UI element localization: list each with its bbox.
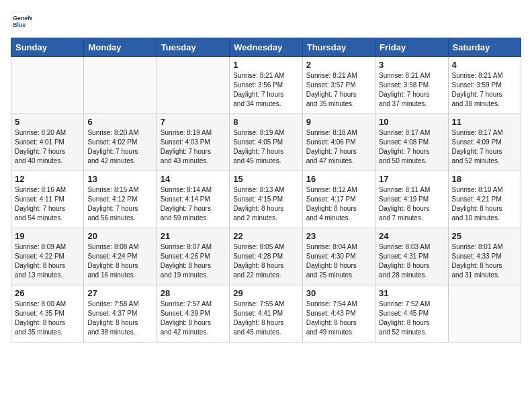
day-number: 23 — [306, 231, 371, 241]
calendar-cell — [157, 57, 229, 114]
day-info: Sunrise: 7:57 AM Sunset: 4:39 PM Dayligh… — [161, 300, 226, 337]
day-number: 8 — [233, 117, 298, 127]
week-row-5: 26Sunrise: 8:00 AM Sunset: 4:35 PM Dayli… — [11, 285, 521, 342]
day-info: Sunrise: 8:00 AM Sunset: 4:35 PM Dayligh… — [15, 300, 80, 337]
day-number: 7 — [161, 117, 226, 127]
calendar-table: SundayMondayTuesdayWednesdayThursdayFrid… — [11, 38, 521, 342]
svg-text:General: General — [13, 15, 32, 21]
calendar-cell: 13Sunrise: 8:15 AM Sunset: 4:12 PM Dayli… — [84, 171, 157, 228]
day-info: Sunrise: 8:17 AM Sunset: 4:08 PM Dayligh… — [379, 128, 444, 166]
day-info: Sunrise: 8:21 AM Sunset: 3:57 PM Dayligh… — [306, 71, 371, 109]
calendar-cell: 15Sunrise: 8:13 AM Sunset: 4:15 PM Dayli… — [230, 171, 302, 228]
calendar-cell: 9Sunrise: 8:18 AM Sunset: 4:06 PM Daylig… — [302, 114, 375, 171]
page-header: General Blue — [11, 11, 521, 32]
day-number: 15 — [233, 174, 298, 184]
day-info: Sunrise: 8:17 AM Sunset: 4:09 PM Dayligh… — [452, 128, 517, 166]
calendar-cell: 19Sunrise: 8:09 AM Sunset: 4:22 PM Dayli… — [11, 228, 84, 285]
calendar-cell: 14Sunrise: 8:14 AM Sunset: 4:14 PM Dayli… — [157, 171, 229, 228]
calendar-cell: 6Sunrise: 8:20 AM Sunset: 4:02 PM Daylig… — [84, 114, 157, 171]
day-header-monday: Monday — [84, 38, 157, 57]
week-row-3: 12Sunrise: 8:16 AM Sunset: 4:11 PM Dayli… — [11, 171, 521, 228]
day-number: 3 — [379, 60, 444, 70]
day-number: 13 — [87, 174, 152, 184]
day-number: 16 — [306, 174, 371, 184]
calendar-cell: 16Sunrise: 8:12 AM Sunset: 4:17 PM Dayli… — [302, 171, 375, 228]
day-info: Sunrise: 8:08 AM Sunset: 4:24 PM Dayligh… — [87, 242, 152, 280]
day-info: Sunrise: 7:58 AM Sunset: 4:37 PM Dayligh… — [87, 300, 152, 337]
logo-icon: General Blue — [11, 11, 32, 32]
day-info: Sunrise: 8:07 AM Sunset: 4:26 PM Dayligh… — [161, 242, 226, 280]
day-info: Sunrise: 8:09 AM Sunset: 4:22 PM Dayligh… — [15, 242, 80, 280]
calendar-cell: 18Sunrise: 8:10 AM Sunset: 4:21 PM Dayli… — [448, 171, 521, 228]
day-info: Sunrise: 8:13 AM Sunset: 4:15 PM Dayligh… — [233, 185, 298, 223]
calendar-cell — [84, 57, 157, 114]
calendar-cell: 4Sunrise: 8:21 AM Sunset: 3:59 PM Daylig… — [448, 57, 521, 114]
logo: General Blue — [11, 11, 32, 32]
calendar-cell: 10Sunrise: 8:17 AM Sunset: 4:08 PM Dayli… — [375, 114, 448, 171]
calendar-cell: 28Sunrise: 7:57 AM Sunset: 4:39 PM Dayli… — [157, 285, 229, 342]
svg-text:Blue: Blue — [13, 21, 26, 28]
day-number: 31 — [379, 288, 444, 298]
calendar-cell: 3Sunrise: 8:21 AM Sunset: 3:58 PM Daylig… — [375, 57, 448, 114]
day-number: 1 — [233, 60, 298, 70]
day-number: 19 — [15, 231, 80, 241]
calendar-cell: 30Sunrise: 7:54 AM Sunset: 4:43 PM Dayli… — [302, 285, 375, 342]
day-number: 11 — [452, 117, 517, 127]
day-number: 20 — [87, 231, 152, 241]
calendar-header-row: SundayMondayTuesdayWednesdayThursdayFrid… — [11, 38, 521, 57]
day-number: 27 — [87, 288, 152, 298]
calendar-cell: 22Sunrise: 8:05 AM Sunset: 4:28 PM Dayli… — [230, 228, 302, 285]
calendar-cell: 24Sunrise: 8:03 AM Sunset: 4:31 PM Dayli… — [375, 228, 448, 285]
day-number: 22 — [233, 231, 298, 241]
day-number: 26 — [15, 288, 80, 298]
day-number: 4 — [452, 60, 517, 70]
calendar-cell: 17Sunrise: 8:11 AM Sunset: 4:19 PM Dayli… — [375, 171, 448, 228]
day-number: 30 — [306, 288, 371, 298]
day-number: 5 — [15, 117, 80, 127]
calendar-cell: 29Sunrise: 7:55 AM Sunset: 4:41 PM Dayli… — [230, 285, 302, 342]
week-row-1: 1Sunrise: 8:21 AM Sunset: 3:56 PM Daylig… — [11, 57, 521, 114]
calendar-cell — [448, 285, 521, 342]
week-row-2: 5Sunrise: 8:20 AM Sunset: 4:01 PM Daylig… — [11, 114, 521, 171]
day-info: Sunrise: 8:01 AM Sunset: 4:33 PM Dayligh… — [452, 242, 517, 280]
day-info: Sunrise: 8:12 AM Sunset: 4:17 PM Dayligh… — [306, 185, 371, 223]
day-info: Sunrise: 8:19 AM Sunset: 4:03 PM Dayligh… — [161, 128, 226, 166]
day-info: Sunrise: 8:05 AM Sunset: 4:28 PM Dayligh… — [233, 242, 298, 280]
day-number: 18 — [452, 174, 517, 184]
day-number: 29 — [233, 288, 298, 298]
calendar-cell: 2Sunrise: 8:21 AM Sunset: 3:57 PM Daylig… — [302, 57, 375, 114]
day-header-friday: Friday — [375, 38, 448, 57]
day-info: Sunrise: 8:15 AM Sunset: 4:12 PM Dayligh… — [87, 185, 152, 223]
day-header-sunday: Sunday — [11, 38, 84, 57]
calendar-body: 1Sunrise: 8:21 AM Sunset: 3:56 PM Daylig… — [11, 57, 521, 342]
calendar-cell: 7Sunrise: 8:19 AM Sunset: 4:03 PM Daylig… — [157, 114, 229, 171]
day-info: Sunrise: 8:03 AM Sunset: 4:31 PM Dayligh… — [379, 242, 444, 280]
calendar-cell: 31Sunrise: 7:52 AM Sunset: 4:45 PM Dayli… — [375, 285, 448, 342]
day-number: 2 — [306, 60, 371, 70]
calendar-cell: 23Sunrise: 8:04 AM Sunset: 4:30 PM Dayli… — [302, 228, 375, 285]
calendar-cell: 21Sunrise: 8:07 AM Sunset: 4:26 PM Dayli… — [157, 228, 229, 285]
calendar-cell: 26Sunrise: 8:00 AM Sunset: 4:35 PM Dayli… — [11, 285, 84, 342]
day-info: Sunrise: 7:52 AM Sunset: 4:45 PM Dayligh… — [379, 300, 444, 337]
calendar-cell: 11Sunrise: 8:17 AM Sunset: 4:09 PM Dayli… — [448, 114, 521, 171]
day-number: 21 — [161, 231, 226, 241]
day-info: Sunrise: 8:19 AM Sunset: 4:05 PM Dayligh… — [233, 128, 298, 166]
calendar-cell: 27Sunrise: 7:58 AM Sunset: 4:37 PM Dayli… — [84, 285, 157, 342]
day-header-tuesday: Tuesday — [157, 38, 229, 57]
calendar-cell: 8Sunrise: 8:19 AM Sunset: 4:05 PM Daylig… — [230, 114, 302, 171]
week-row-4: 19Sunrise: 8:09 AM Sunset: 4:22 PM Dayli… — [11, 228, 521, 285]
day-info: Sunrise: 7:55 AM Sunset: 4:41 PM Dayligh… — [233, 300, 298, 337]
day-number: 12 — [15, 174, 80, 184]
calendar-cell: 20Sunrise: 8:08 AM Sunset: 4:24 PM Dayli… — [84, 228, 157, 285]
calendar-cell: 12Sunrise: 8:16 AM Sunset: 4:11 PM Dayli… — [11, 171, 84, 228]
day-info: Sunrise: 8:21 AM Sunset: 3:58 PM Dayligh… — [379, 71, 444, 109]
day-info: Sunrise: 8:11 AM Sunset: 4:19 PM Dayligh… — [379, 185, 444, 223]
day-info: Sunrise: 8:04 AM Sunset: 4:30 PM Dayligh… — [306, 242, 371, 280]
day-info: Sunrise: 8:14 AM Sunset: 4:14 PM Dayligh… — [161, 185, 226, 223]
day-number: 6 — [87, 117, 152, 127]
calendar-cell: 25Sunrise: 8:01 AM Sunset: 4:33 PM Dayli… — [448, 228, 521, 285]
day-info: Sunrise: 8:20 AM Sunset: 4:01 PM Dayligh… — [15, 128, 80, 166]
day-number: 14 — [161, 174, 226, 184]
day-info: Sunrise: 8:21 AM Sunset: 3:56 PM Dayligh… — [233, 71, 298, 109]
day-number: 28 — [161, 288, 226, 298]
